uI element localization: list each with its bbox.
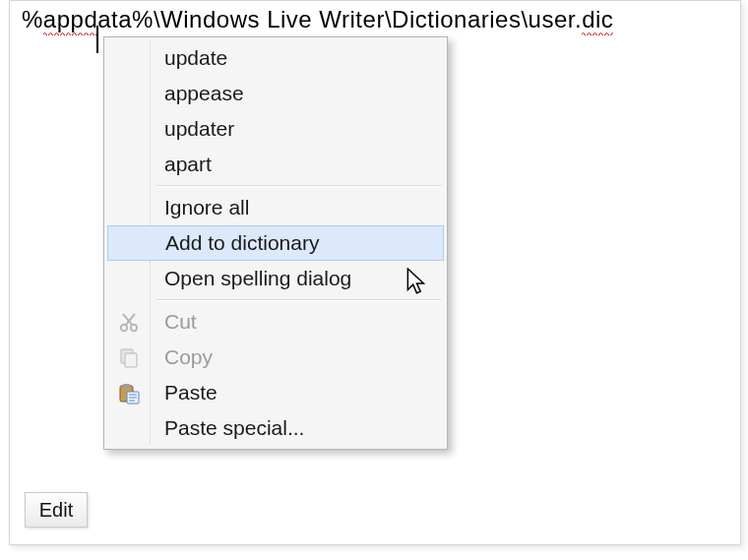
- suggestion-item-3[interactable]: apart: [107, 147, 444, 182]
- menu-item-cut[interactable]: Cut: [107, 304, 444, 340]
- context-menu: update appease updater apart Ignore all …: [103, 36, 448, 450]
- menu-separator: [156, 299, 442, 301]
- menu-item-ignore-all[interactable]: Ignore all: [107, 190, 444, 225]
- menu-item-paste-special[interactable]: Paste special...: [107, 410, 444, 446]
- misspelled-word-1: appd: [43, 6, 97, 32]
- text-percent: %: [22, 6, 43, 32]
- menu-item-label: Open spelling dialog: [164, 267, 351, 289]
- copy-icon: [117, 345, 141, 369]
- suggestion-item-2[interactable]: updater: [107, 111, 444, 147]
- menu-item-label: Paste: [164, 381, 218, 404]
- menu-item-label: update: [164, 46, 227, 69]
- menu-item-label: Copy: [164, 345, 213, 368]
- menu-item-label: Add to dictionary: [165, 231, 319, 254]
- menu-item-add-to-dictionary[interactable]: Add to dictionary: [107, 225, 444, 261]
- menu-item-label: Paste special...: [164, 416, 304, 439]
- menu-separator: [156, 185, 442, 187]
- menu-item-paste[interactable]: Paste: [107, 375, 444, 410]
- menu-item-label: apart: [164, 153, 212, 175]
- svg-rect-7: [123, 384, 130, 388]
- path-middle: ata%\Windows Live Writer\Dictionaries\us…: [97, 6, 582, 32]
- misspelled-word-2: dic: [582, 6, 613, 32]
- svg-rect-5: [125, 353, 137, 367]
- tab-edit[interactable]: Edit: [25, 492, 88, 528]
- menu-item-open-spelling-dialog[interactable]: Open spelling dialog: [107, 261, 444, 296]
- paste-icon: [117, 381, 141, 404]
- menu-item-label: updater: [164, 117, 234, 140]
- tab-label: Edit: [39, 499, 73, 521]
- menu-item-copy[interactable]: Copy: [107, 340, 444, 375]
- menu-item-label: Ignore all: [164, 196, 249, 218]
- suggestion-item-1[interactable]: appease: [107, 76, 444, 111]
- editor-text-line[interactable]: %appdata%\Windows Live Writer\Dictionari…: [22, 6, 613, 33]
- cut-icon: [117, 310, 141, 334]
- menu-item-label: appease: [164, 82, 244, 104]
- menu-item-label: Cut: [164, 310, 197, 333]
- suggestion-item-0[interactable]: update: [107, 40, 444, 76]
